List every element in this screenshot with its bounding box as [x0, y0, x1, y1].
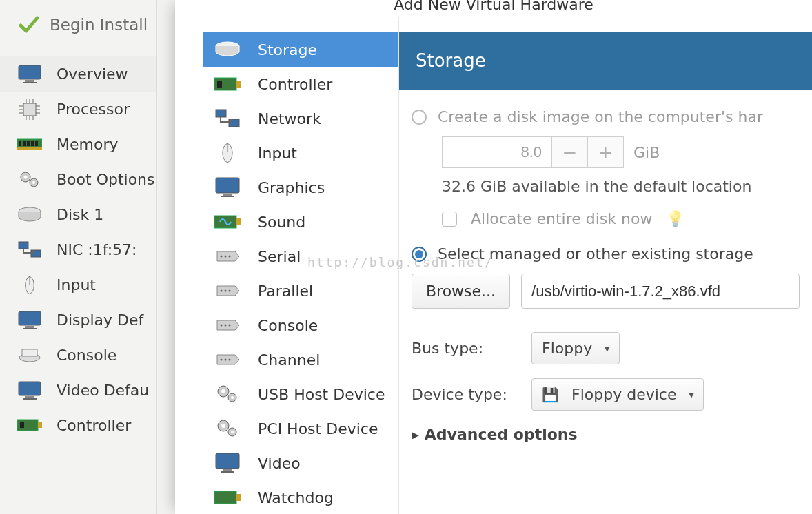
cat-input[interactable]: Input: [203, 136, 398, 170]
sidebar-item-label: Overview: [57, 65, 128, 83]
port-icon: [212, 313, 243, 337]
sidebar-item-console[interactable]: Console: [0, 338, 156, 373]
svg-rect-32: [25, 326, 34, 328]
sidebar-item-controller[interactable]: Controller: [0, 408, 156, 443]
sidebar-item-disk1[interactable]: Disk 1: [0, 197, 156, 232]
svg-rect-3: [23, 103, 36, 116]
sidebar-item-label: Disk 1: [57, 206, 103, 223]
controller-card-icon: [212, 72, 243, 96]
svg-rect-2: [23, 82, 37, 83]
svg-rect-41: [20, 422, 24, 428]
sidebar-item-input[interactable]: Input: [0, 267, 156, 302]
cat-controller[interactable]: Controller: [203, 67, 398, 101]
svg-point-55: [225, 256, 227, 258]
svg-point-62: [229, 325, 231, 327]
advanced-options-expander[interactable]: ▶ Advanced options: [412, 426, 800, 443]
cat-usb-host[interactable]: USB Host Device: [203, 377, 398, 411]
device-type-value: Floppy device: [571, 386, 676, 403]
cat-channel[interactable]: Channel: [203, 342, 398, 377]
sidebar-item-processor[interactable]: Processor: [0, 92, 156, 127]
port-icon: [212, 245, 243, 268]
cat-pci-host[interactable]: PCI Host Device: [203, 411, 398, 446]
allocate-checkbox[interactable]: [442, 212, 457, 227]
cat-storage[interactable]: Storage: [203, 32, 398, 67]
cat-label: Watchdog: [258, 489, 334, 506]
begin-install-button[interactable]: Begin Install: [0, 0, 156, 56]
storage-path-input[interactable]: [521, 274, 800, 309]
svg-point-61: [225, 325, 227, 327]
svg-rect-51: [221, 196, 234, 197]
disk-size-input[interactable]: [442, 136, 552, 168]
sidebar-item-video[interactable]: Video Defau: [0, 373, 156, 408]
mouse-icon: [15, 274, 44, 296]
sidebar-item-display[interactable]: Display Def: [0, 302, 156, 338]
browse-button[interactable]: Browse...: [412, 274, 510, 309]
svg-rect-1: [25, 80, 34, 82]
disk-icon: [212, 38, 243, 61]
bus-type-label: Bus type:: [412, 340, 522, 357]
cat-label: Input: [258, 145, 297, 162]
svg-rect-50: [223, 194, 232, 196]
svg-rect-20: [31, 141, 34, 146]
add-hardware-dialog: Add New Virtual Hardware Storage Control…: [175, 0, 812, 514]
svg-rect-38: [23, 398, 37, 400]
cat-parallel[interactable]: Parallel: [203, 274, 398, 308]
storage-panel: Storage Create a disk image on the compu…: [399, 17, 812, 514]
bus-type-value: Floppy: [542, 340, 592, 357]
svg-point-69: [231, 396, 234, 399]
cat-graphics[interactable]: Graphics: [203, 170, 398, 205]
stepper-minus-button[interactable]: −: [552, 136, 588, 168]
sidebar-item-label: Memory: [57, 136, 118, 153]
console-icon: [15, 345, 44, 367]
disk-icon: [15, 204, 44, 226]
sidebar-item-boot-options[interactable]: Boot Options: [0, 162, 156, 197]
radio-create-label: Create a disk image on the computer's ha…: [438, 108, 763, 125]
mouse-icon: [212, 141, 243, 165]
svg-point-60: [221, 325, 223, 327]
network-icon: [15, 239, 44, 261]
cat-console[interactable]: Console: [203, 308, 398, 342]
device-type-select[interactable]: 💾 Floppy device ▾: [531, 378, 704, 411]
controller-card-icon: [15, 415, 44, 437]
svg-point-59: [229, 290, 231, 292]
floppy-icon: 💾: [542, 387, 559, 403]
vm-hardware-list: Overview Processor Memory Boot Options D…: [0, 56, 156, 443]
bus-type-select[interactable]: Floppy ▾: [531, 332, 620, 364]
network-icon: [212, 107, 243, 130]
hint-icon[interactable]: 💡: [666, 210, 684, 227]
cat-serial[interactable]: Serial: [203, 239, 398, 274]
cat-network[interactable]: Network: [203, 101, 398, 136]
svg-point-65: [229, 359, 231, 361]
monitor-icon: [212, 176, 243, 199]
svg-rect-76: [221, 471, 234, 473]
svg-point-24: [24, 175, 28, 178]
gears-icon: [15, 169, 44, 191]
port-icon: [212, 348, 243, 371]
radio-existing-storage[interactable]: [412, 247, 427, 262]
cat-label: Sound: [258, 214, 305, 231]
sidebar-item-memory[interactable]: Memory: [0, 127, 156, 162]
svg-rect-46: [216, 110, 226, 117]
cat-sound[interactable]: Sound: [203, 205, 398, 239]
allocate-label: Allocate entire disk now: [471, 210, 652, 227]
radio-create-disk[interactable]: [412, 110, 427, 125]
svg-rect-0: [19, 65, 41, 79]
monitor-icon: [15, 380, 44, 402]
sidebar-item-overview[interactable]: Overview: [0, 56, 156, 92]
svg-point-58: [225, 290, 227, 292]
cat-watchdog[interactable]: Watchdog: [203, 480, 398, 514]
stepper-plus-button[interactable]: +: [588, 136, 624, 168]
svg-point-71: [221, 424, 225, 428]
check-icon: [18, 14, 40, 36]
svg-rect-37: [25, 396, 34, 398]
svg-rect-74: [216, 453, 239, 469]
disk-size-stepper: − + GiB: [442, 136, 800, 168]
svg-rect-35: [22, 349, 37, 356]
sidebar-item-label: Display Def: [57, 311, 143, 329]
svg-rect-53: [236, 218, 241, 225]
sidebar-item-nic[interactable]: NIC :1f:57:: [0, 232, 156, 267]
controller-card-icon: [212, 486, 243, 509]
cat-label: Parallel: [258, 282, 313, 300]
cat-video[interactable]: Video: [203, 446, 398, 480]
available-space-label: 32.6 GiB available in the default locati…: [442, 178, 800, 195]
